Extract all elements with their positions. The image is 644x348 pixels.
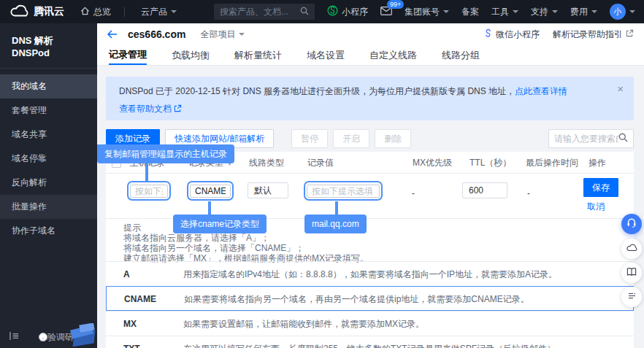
cloud-assistant-button[interactable]: [621, 239, 642, 259]
sidebar-item-reverse-dns[interactable]: 反向解析: [0, 171, 97, 195]
page-header: ces666.com 全部项目 微信小程序 解析记录帮助指引: [97, 23, 644, 45]
survey-illustration: [68, 323, 97, 348]
page-title-domain: ces666.com: [128, 28, 185, 40]
record-type-input[interactable]: [190, 185, 231, 198]
divider: [124, 7, 125, 17]
main-panel: ces666.com 全部项目 微信小程序 解析记录帮助指引 记录管理 负载均衡…: [97, 23, 644, 348]
col-action: 操作: [589, 152, 606, 174]
enable-button[interactable]: 开启: [333, 129, 369, 148]
arrow-right-icon: ›: [39, 333, 47, 341]
nav-support[interactable]: 支持: [531, 6, 558, 18]
home-icon: [80, 7, 93, 18]
tab-record-management[interactable]: 记录管理: [109, 45, 147, 65]
brand-name: 腾讯云: [34, 5, 64, 18]
nav-billing[interactable]: 费用: [570, 6, 597, 18]
help-guide-link[interactable]: 解析记录帮助指引: [553, 28, 634, 41]
tab-resolution-stats[interactable]: 解析量统计: [234, 45, 282, 65]
collapse-sidebar-icon[interactable]: [9, 330, 20, 344]
col-value: 记录值: [307, 152, 334, 174]
record-search[interactable]: [548, 129, 634, 148]
nav-messages[interactable]: 99+: [380, 7, 392, 18]
miniprogram-icon: [327, 5, 342, 18]
type-row-mx[interactable]: MX 如果需要设置邮箱，让邮箱能收到邮件，就需要添加MX记录。: [106, 311, 634, 336]
tencent-cloud-logo[interactable]: 腾讯云: [9, 4, 64, 20]
type-row-txt[interactable]: TXT 在这里可以填写任何东西，长度限制255。绝大多数的TXT记录是用来做SP…: [106, 336, 634, 348]
nav-miniprogram[interactable]: 小程序: [327, 5, 368, 18]
chevron-down-icon: [239, 33, 245, 36]
guide-tooltip-host: 复制邮箱管理端显示的主机记录: [97, 144, 234, 163]
col-ttl: TTL（秒）: [469, 152, 511, 174]
chevron-down-icon: [171, 10, 177, 13]
docs-button[interactable]: [621, 263, 642, 283]
avatar[interactable]: 小: [610, 4, 626, 20]
external-link-icon: [174, 104, 182, 115]
external-link-icon: [626, 29, 634, 39]
back-button[interactable]: [107, 30, 118, 39]
chevron-down-icon: [591, 10, 597, 13]
col-time: 最后操作时间: [526, 152, 578, 174]
record-edit-row: 默认 - - 保存 取消: [106, 174, 634, 219]
ttl-input[interactable]: [462, 182, 507, 198]
banner-doc-link[interactable]: 查看帮助文档: [119, 104, 172, 114]
nav-tools[interactable]: 工具: [491, 6, 518, 18]
customer-service-button[interactable]: [621, 214, 642, 234]
wechat-miniprogram-link[interactable]: 微信小程序: [483, 28, 540, 41]
cloud-logo-icon: [9, 4, 28, 20]
message-count-badge: 99+: [387, 0, 404, 9]
feedback-button[interactable]: [621, 287, 642, 307]
chevron-down-icon: [552, 10, 558, 13]
guide-connector: [335, 201, 338, 214]
topbar: 腾讯云 总览 云产品 小程序 99+ 集团账号: [0, 0, 644, 23]
tab-load-balancing[interactable]: 负载均衡: [172, 45, 210, 65]
sidebar: DNS 解析 DNSPod 我的域名 套餐管理 域名共享 域名停靠 反向解析 批…: [0, 23, 97, 348]
guide-tooltip-type: 选择cname记录类型: [173, 214, 267, 233]
sidebar-item-domain-sharing[interactable]: 域名共享: [0, 123, 97, 147]
sidebar-item-batch-operations[interactable]: 批量操作: [0, 195, 97, 219]
chevron-down-icon: [443, 10, 449, 13]
tab-line-groups[interactable]: 线路分组: [442, 45, 480, 65]
topbar-search[interactable]: [214, 4, 315, 20]
host-record-input[interactable]: [130, 185, 168, 198]
guide-tooltip-value: mail.qq.com: [304, 214, 367, 233]
save-button[interactable]: 保存: [583, 178, 618, 197]
guide-connector: [208, 201, 211, 214]
guide-connector: [145, 162, 148, 182]
topbar-search-input[interactable]: [220, 7, 300, 17]
hint-line: 将域名指向云服务器，请选择「A」；: [123, 233, 369, 243]
mx-priority-value: -: [412, 188, 415, 198]
project-filter[interactable]: 全部项目: [200, 28, 245, 41]
nav-group-account[interactable]: 集团账号: [405, 6, 449, 18]
nav-overview[interactable]: 总览: [80, 6, 111, 18]
tab-bar: 记录管理 负载均衡 解析量统计 域名设置 自定义线路 线路分组: [97, 45, 644, 66]
sidebar-title: DNS 解析 DNSPod: [0, 23, 97, 69]
search-icon[interactable]: [618, 132, 628, 145]
sidebar-item-collaborative-subdomains[interactable]: 协作子域名: [0, 219, 97, 243]
col-line: 线路类型: [249, 152, 284, 174]
type-row-a[interactable]: A 用来指定域名的IPv4地址（如：8.8.8.8），如果需要将域名指向一个IP…: [106, 261, 634, 286]
headset-icon: [626, 217, 637, 231]
delete-button[interactable]: 删除: [375, 129, 411, 148]
tab-custom-lines[interactable]: 自定义线路: [369, 45, 417, 65]
banner-detail-link[interactable]: 点此查看详情: [515, 86, 567, 96]
sidebar-item-package-management[interactable]: 套餐管理: [0, 98, 97, 123]
search-icon[interactable]: [300, 7, 309, 18]
close-icon[interactable]: ×: [617, 82, 624, 95]
sidebar-item-my-domains[interactable]: 我的域名: [0, 74, 97, 98]
sidebar-item-domain-parking[interactable]: 域名停靠: [0, 147, 97, 171]
tab-domain-settings[interactable]: 域名设置: [307, 45, 345, 65]
record-table: 主机记录 记录类型 线路类型 记录值 MX优先级 TTL（秒） 最后操作时间 操…: [106, 152, 634, 348]
line-type-select[interactable]: 默认: [248, 182, 288, 198]
upgrade-notice-banner: DNSPod 已于 2020-12-15 针对 DNS 服务器地址进行全面升级，…: [106, 77, 634, 120]
type-row-cname[interactable]: CNAME 如果需要将域名指向另一个域名，再由另一个域名提供ip地址，就需要添加…: [106, 286, 634, 311]
nav-products[interactable]: 云产品: [141, 6, 177, 18]
nav-beian[interactable]: 备案: [461, 6, 479, 18]
value-input-highlight: [304, 181, 383, 201]
record-value-input[interactable]: [307, 185, 380, 198]
user-menu[interactable]: 小: [610, 4, 635, 20]
hint-line: 将域名指向另一个域名，请选择「CNAME」；: [123, 243, 369, 253]
last-op-time-value: -: [527, 188, 530, 198]
type-input-highlight: [187, 181, 234, 201]
record-search-input[interactable]: [554, 134, 618, 144]
pause-button[interactable]: 暂停: [291, 129, 328, 148]
cancel-button[interactable]: 取消: [587, 201, 605, 213]
